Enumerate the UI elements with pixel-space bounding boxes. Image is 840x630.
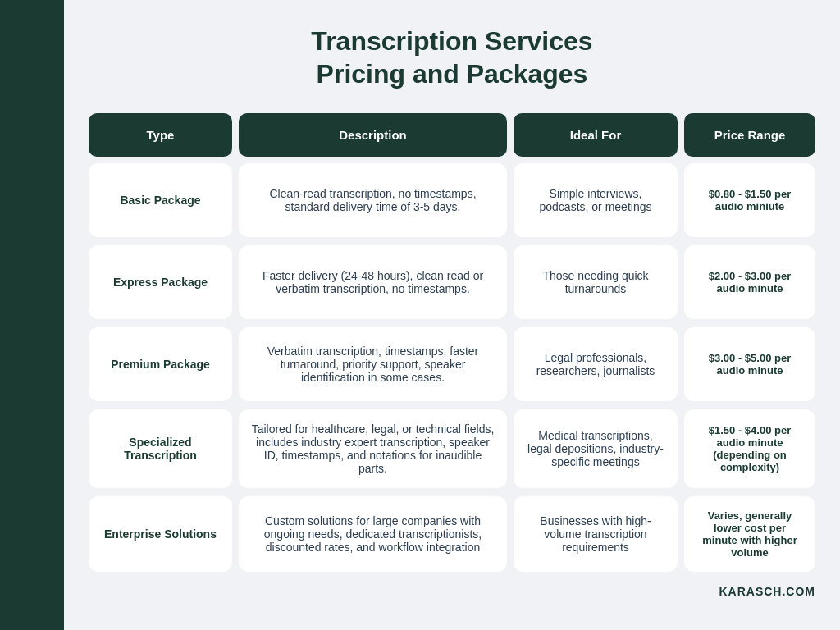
ideal-for-cell: Those needing quick turnarounds (514, 245, 678, 319)
table-body: Basic PackageClean-read transcription, n… (89, 163, 815, 572)
pricing-table: Type Description Ideal For Price Range B… (89, 113, 815, 572)
table-row: Specialized TranscriptionTailored for he… (89, 409, 815, 488)
table-row: Basic PackageClean-read transcription, n… (89, 163, 815, 237)
main-content: Transcription Services Pricing and Packa… (64, 0, 840, 630)
header-description: Description (239, 113, 507, 157)
description-cell: Verbatim transcription, timestamps, fast… (239, 327, 507, 401)
header-type: Type (89, 113, 232, 157)
price-cell: $0.80 - $1.50 per audio miniute (684, 163, 815, 237)
type-cell: Premium Package (89, 327, 232, 401)
ideal-for-cell: Simple interviews, podcasts, or meetings (514, 163, 678, 237)
page-title: Transcription Services Pricing and Packa… (89, 25, 815, 90)
table-row: Enterprise SolutionsCustom solutions for… (89, 496, 815, 572)
ideal-for-cell: Businesses with high-volume transcriptio… (514, 496, 678, 572)
footer-branding: KARASCH.COM (89, 585, 815, 598)
table-row: Premium PackageVerbatim transcription, t… (89, 327, 815, 401)
price-cell: $1.50 - $4.00 per audio minute (dependin… (684, 409, 815, 488)
sidebar (0, 0, 64, 630)
description-cell: Custom solutions for large companies wit… (239, 496, 507, 572)
description-cell: Clean-read transcription, no timestamps,… (239, 163, 507, 237)
table-row: Express PackageFaster delivery (24-48 ho… (89, 245, 815, 319)
type-cell: Specialized Transcription (89, 409, 232, 488)
ideal-for-cell: Medical transcriptions, legal deposition… (514, 409, 678, 488)
header-price-range: Price Range (684, 113, 815, 157)
type-cell: Express Package (89, 245, 232, 319)
table-header: Type Description Ideal For Price Range (89, 113, 815, 157)
type-cell: Basic Package (89, 163, 232, 237)
price-cell: $2.00 - $3.00 per audio minute (684, 245, 815, 319)
ideal-for-cell: Legal professionals, researchers, journa… (514, 327, 678, 401)
price-cell: $3.00 - $5.00 per audio minute (684, 327, 815, 401)
type-cell: Enterprise Solutions (89, 496, 232, 572)
price-cell: Varies, generally lower cost per minute … (684, 496, 815, 572)
header-ideal-for: Ideal For (514, 113, 678, 157)
description-cell: Tailored for healthcare, legal, or techn… (239, 409, 507, 488)
description-cell: Faster delivery (24-48 hours), clean rea… (239, 245, 507, 319)
